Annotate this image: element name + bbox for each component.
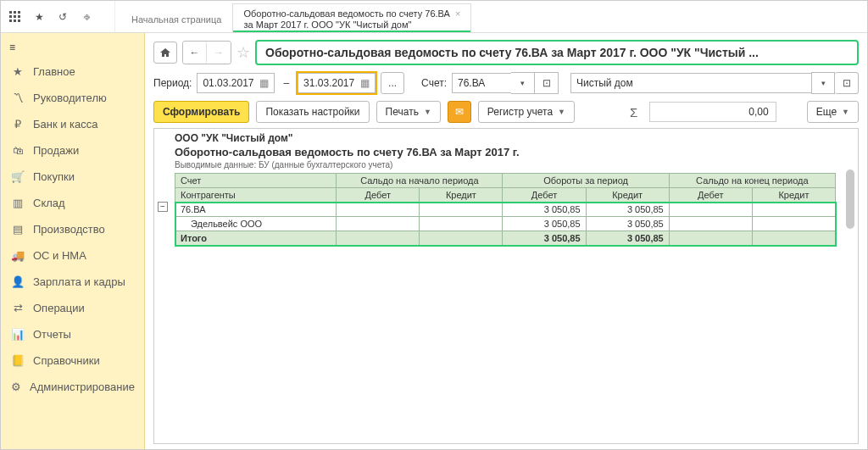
sidebar-item-label: Покупки bbox=[33, 170, 75, 183]
sidebar-item-sales[interactable]: 🛍Продажи bbox=[1, 137, 144, 164]
account-dropdown-button[interactable]: ▾ bbox=[511, 72, 535, 94]
sidebar-item-purchases[interactable]: 🛒Покупки bbox=[1, 164, 144, 190]
chevron-down-icon: ▼ bbox=[842, 108, 849, 116]
mail-icon: ✉ bbox=[455, 106, 464, 118]
truck-icon: 🚚 bbox=[11, 249, 25, 262]
sidebar-item-bank[interactable]: ₽Банк и касса bbox=[1, 111, 144, 137]
cell-open-c bbox=[420, 231, 503, 246]
table-row[interactable]: 76.ВА 3 050,85 3 050,85 bbox=[175, 203, 836, 217]
register-button[interactable]: Регистр учета▼ bbox=[478, 101, 575, 123]
cell-close-c bbox=[752, 231, 835, 246]
forward-button: → bbox=[207, 42, 231, 64]
tab-home-label: Начальная страница bbox=[131, 14, 221, 25]
sidebar-item-assets[interactable]: 🚚ОС и НМА bbox=[1, 242, 144, 269]
trend-icon: 〽 bbox=[11, 92, 25, 104]
cell-close-c bbox=[752, 203, 835, 217]
cell-open-c bbox=[420, 217, 503, 231]
cell-open-d bbox=[337, 217, 420, 231]
tab-active-line2: за Март 2017 г. ООО "УК "Чистый дом" bbox=[243, 19, 449, 31]
more-button[interactable]: Еще▼ bbox=[807, 101, 859, 123]
date-from-input[interactable]: 01.03.2017 ▦ bbox=[197, 73, 275, 93]
cell-close-d bbox=[669, 217, 752, 231]
account-label: Счет: bbox=[421, 77, 447, 89]
cell-turn-d: 3 050,85 bbox=[503, 217, 586, 231]
date-to-input[interactable]: 31.03.2017 ▦ bbox=[298, 73, 376, 93]
chart-icon: 📊 bbox=[11, 328, 25, 341]
cell-turn-d: 3 050,85 bbox=[503, 231, 586, 246]
dtkt-icon: ⇄ bbox=[11, 302, 25, 314]
back-button[interactable]: ← bbox=[183, 42, 207, 64]
factory-icon: ▤ bbox=[11, 223, 25, 236]
sidebar-item-manager[interactable]: 〽Руководителю bbox=[1, 85, 144, 111]
cell-close-d bbox=[669, 231, 752, 246]
tab-active[interactable]: Оборотно-сальдовая ведомость по счету 76… bbox=[232, 3, 471, 32]
boxes-icon: ▥ bbox=[11, 197, 25, 209]
cart-icon: 🛒 bbox=[11, 170, 25, 183]
sidebar-item-label: Производство bbox=[33, 223, 105, 236]
table-row[interactable]: Эдельвейс ООО 3 050,85 3 050,85 bbox=[175, 217, 836, 231]
period-picker-button[interactable]: ... bbox=[381, 72, 404, 94]
sidebar-item-label: Отчеты bbox=[33, 328, 71, 341]
sidebar-item-warehouse[interactable]: ▥Склад bbox=[1, 190, 144, 216]
mail-button[interactable]: ✉ bbox=[448, 101, 471, 123]
star-icon[interactable]: ★ bbox=[31, 9, 47, 25]
date-to-value: 31.03.2017 bbox=[303, 77, 354, 89]
org-input[interactable]: Чистый дом bbox=[570, 73, 811, 93]
cell-turn-d: 3 050,85 bbox=[503, 203, 586, 217]
cell-name: 76.ВА bbox=[175, 203, 337, 217]
form-button[interactable]: Сформировать bbox=[153, 101, 249, 123]
sidebar-item-operations[interactable]: ⇄Операции bbox=[1, 295, 144, 321]
cell-close-d bbox=[669, 203, 752, 217]
col-open-debit: Дебет bbox=[337, 188, 420, 203]
sidebar-item-label: Склад bbox=[33, 197, 65, 209]
sidebar-item-reports[interactable]: 📊Отчеты bbox=[1, 321, 144, 347]
col-close: Сальдо на конец периода bbox=[669, 174, 835, 188]
calendar-icon[interactable]: ▦ bbox=[259, 77, 269, 89]
home-button[interactable] bbox=[153, 42, 177, 64]
ruble-icon: ₽ bbox=[11, 118, 25, 131]
menu-icon[interactable]: ≡ bbox=[9, 42, 15, 53]
cell-close-c bbox=[752, 217, 835, 231]
report-subtext: Выводимые данные: БУ (данные бухгалтерск… bbox=[175, 160, 854, 169]
date-from-value: 01.03.2017 bbox=[203, 77, 253, 89]
report-title: Оборотно-сальдовая ведомость по счету 76… bbox=[175, 146, 854, 158]
reserved-icon[interactable]: ⎆ bbox=[79, 9, 94, 25]
settings-button-label: Показать настройки bbox=[265, 106, 359, 118]
tab-active-line1: Оборотно-сальдовая ведомость по счету 76… bbox=[243, 8, 449, 19]
sidebar-item-catalogs[interactable]: 📒Справочники bbox=[1, 347, 144, 374]
sidebar-item-main[interactable]: ★Главное bbox=[1, 58, 144, 85]
print-button-label: Печать bbox=[386, 106, 419, 118]
org-dropdown-button[interactable]: ▾ bbox=[811, 72, 835, 94]
sidebar-item-salary[interactable]: 👤Зарплата и кадры bbox=[1, 269, 144, 295]
svg-rect-0 bbox=[9, 11, 12, 14]
book-icon: 📒 bbox=[11, 354, 25, 367]
dash: – bbox=[280, 77, 292, 89]
gear-icon: ⚙ bbox=[11, 381, 21, 393]
sidebar-item-admin[interactable]: ⚙Администрирование bbox=[1, 374, 144, 400]
tab-home[interactable]: Начальная страница bbox=[120, 3, 232, 32]
col-open-credit: Кредит bbox=[420, 188, 503, 203]
cell-turn-c: 3 050,85 bbox=[586, 231, 669, 246]
sum-field[interactable]: 0,00 bbox=[649, 102, 776, 122]
cell-open-d bbox=[337, 231, 420, 246]
history-icon[interactable]: ↺ bbox=[55, 9, 70, 25]
cell-name: Эдельвейс ООО bbox=[175, 217, 337, 231]
scrollbar[interactable] bbox=[846, 169, 854, 440]
tree-collapse-button[interactable]: − bbox=[158, 202, 168, 212]
sidebar-item-label: Продажи bbox=[33, 144, 79, 157]
cell-open-d bbox=[337, 203, 420, 217]
account-input[interactable]: 76.ВА bbox=[452, 73, 511, 93]
close-icon[interactable]: × bbox=[455, 8, 460, 19]
org-open-button[interactable]: ⊡ bbox=[835, 72, 859, 94]
favorite-star-icon[interactable]: ☆ bbox=[236, 43, 250, 62]
sidebar-item-label: Руководителю bbox=[33, 92, 107, 104]
print-button[interactable]: Печать▼ bbox=[376, 101, 441, 123]
svg-rect-3 bbox=[9, 15, 12, 18]
col-open: Сальдо на начало периода bbox=[337, 174, 503, 188]
calendar-icon[interactable]: ▦ bbox=[360, 77, 370, 89]
settings-button[interactable]: Показать настройки bbox=[256, 101, 369, 123]
sidebar-item-production[interactable]: ▤Производство bbox=[1, 216, 144, 242]
apps-icon[interactable] bbox=[8, 9, 23, 25]
chevron-down-icon: ▼ bbox=[558, 108, 565, 116]
account-open-button[interactable]: ⊡ bbox=[535, 72, 559, 94]
